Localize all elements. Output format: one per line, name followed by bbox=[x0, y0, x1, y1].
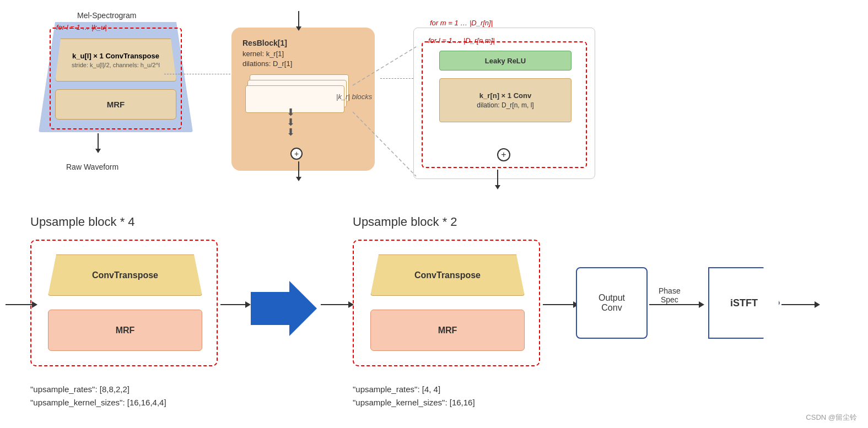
config2-line2: "upsample_kernel_sizes": [16,16] bbox=[353, 396, 475, 409]
arrow-from-resblock bbox=[296, 161, 301, 181]
config-text-2: "upsample_rates": [4, 4] "upsample_kerne… bbox=[353, 383, 475, 409]
conv-transpose-sub-label: stride: k_u[l]/2, channels: h_u/2^l bbox=[72, 62, 160, 68]
config2-line1: "upsample_rates": [4, 4] bbox=[353, 383, 475, 396]
output-conv-label-line1: Output bbox=[599, 293, 625, 303]
arrow-down-generator bbox=[95, 133, 101, 153]
arrow-from-detail bbox=[495, 170, 500, 189]
arrow-gen-to-res bbox=[164, 72, 238, 77]
phase-spec-label: Phase Spec bbox=[659, 286, 681, 304]
conv-detail-box: k_r[n] × 1 Conv dilation: D_r[n, m, l] bbox=[439, 78, 572, 122]
raw-waveform-label: Raw Waveform bbox=[66, 162, 118, 171]
config1-line1: "upsample_rates": [8,8,2,2] bbox=[30, 383, 166, 396]
kr-conv-main-label: k_r[n] × 1 Conv bbox=[479, 91, 531, 100]
upsample-block-1: ConvTranspose MRF bbox=[30, 240, 218, 366]
generator-red-dashed-box: for l = 1 … |k_u| k_u[l] × 1 ConvTranspo… bbox=[50, 28, 182, 129]
bottom-section: Upsample block * 4 Upsample block * 2 Co… bbox=[0, 215, 868, 428]
mrf-bottom-2: MRF bbox=[370, 310, 525, 351]
output-conv-box: Output Conv bbox=[576, 267, 648, 339]
csdn-watermark: CSDN @留尘铃 bbox=[806, 413, 857, 422]
spec-label: Spec bbox=[661, 295, 678, 304]
upsample-block-label-2: Upsample block * 2 bbox=[353, 215, 457, 229]
upsample-block-2: ConvTranspose MRF bbox=[353, 240, 540, 366]
istft-label: iSTFT bbox=[730, 297, 758, 309]
arrow-block1-to-blue bbox=[220, 301, 251, 308]
for-l-label-1: for l = 1 … |k_u| bbox=[56, 23, 107, 31]
for-l-label-2: for l = 1 … |D_r[n,m]| bbox=[428, 36, 495, 45]
for-m-label: for m = 1 … |D_r[n]| bbox=[430, 19, 493, 27]
mrf-bottom-1: MRF bbox=[48, 310, 202, 351]
kr-blocks-label: |k_r| blocks bbox=[336, 93, 372, 101]
arrow-into-resblock bbox=[296, 11, 301, 31]
big-blue-arrow bbox=[251, 281, 317, 336]
config1-line2: "upsample_kernel_sizes": [16,16,4,4] bbox=[30, 396, 166, 409]
resblock-detail-red-dashed: for l = 1 … |D_r[n,m]| Leaky ReLU k_r[n]… bbox=[422, 41, 587, 168]
mrf-top-box: MRF bbox=[55, 89, 176, 120]
resblock-detail: for m = 1 … |D_r[n]| for l = 1 … |D_r[n,… bbox=[413, 11, 595, 187]
stack-block-1 bbox=[245, 85, 344, 113]
mel-spectrogram-label: Mel-Spectrogram bbox=[77, 11, 136, 20]
istft-box: iSTFT bbox=[708, 267, 780, 339]
resblock-title: ResBlock[1] bbox=[242, 39, 287, 47]
resblock-section: ResBlock[1] kernel: k_r[1] dilations: D_… bbox=[231, 11, 375, 182]
conv-transpose-top-box: k_u[l] × 1 ConvTranspose stride: k_u[l]/… bbox=[55, 39, 176, 82]
output-conv-label-line2: Conv bbox=[601, 303, 622, 313]
arrow-after-istft bbox=[781, 301, 820, 308]
config-text-1: "upsample_rates": [8,8,2,2] "upsample_ke… bbox=[30, 383, 166, 409]
resblock-dilations: dilations: D_r[1] bbox=[242, 59, 292, 68]
plus-circle-detail: + bbox=[497, 148, 510, 161]
blue-arrow-shape bbox=[251, 281, 317, 336]
conv-transpose-bottom-1: ConvTranspose bbox=[48, 254, 202, 296]
kr-conv-dilation-label: dilation: D_r[n, m, l] bbox=[477, 101, 533, 109]
conv-transpose-main-label: k_u[l] × 1 ConvTranspose bbox=[72, 52, 159, 60]
upsample-block-label-1: Upsample block * 4 bbox=[30, 215, 135, 229]
plus-circle-resblock: + bbox=[290, 148, 303, 160]
top-section: Mel-Spectrogram for l = 1 … |k_u| k_u[l]… bbox=[22, 11, 838, 198]
diagram-container: Mel-Spectrogram for l = 1 … |k_u| k_u[l]… bbox=[0, 0, 868, 428]
arrow-block2-to-output bbox=[543, 301, 579, 308]
arrow-blue-to-block2 bbox=[321, 301, 354, 308]
conv-transpose-bottom-2: ConvTranspose bbox=[370, 254, 525, 296]
phase-label: Phase bbox=[659, 286, 681, 295]
leaky-relu-box: Leaky ReLU bbox=[439, 51, 572, 71]
resblock-kernel: kernel: k_r[1] bbox=[242, 50, 284, 58]
generator-block: for l = 1 … |k_u| k_u[l] × 1 ConvTranspo… bbox=[39, 22, 193, 132]
